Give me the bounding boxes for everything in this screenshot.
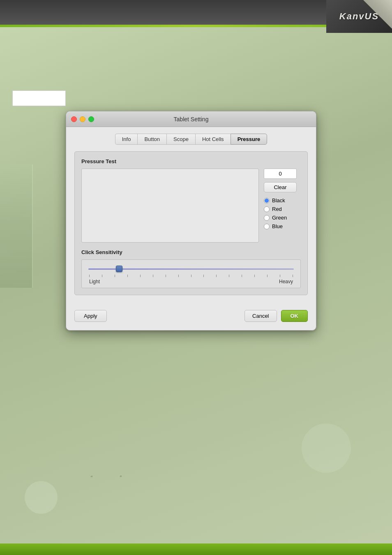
open-quote: “ bbox=[90, 474, 92, 481]
radio-blue[interactable]: Blue bbox=[264, 223, 301, 229]
tick-1 bbox=[89, 275, 90, 277]
radio-circle-blue bbox=[264, 224, 270, 229]
slider-labels: Light Heavy bbox=[88, 279, 294, 284]
close-button[interactable] bbox=[71, 116, 77, 122]
tab-scope[interactable]: Scope bbox=[166, 134, 195, 145]
sensitivity-section: Click Sensitivity bbox=[81, 249, 301, 288]
dialog-title: Tablet Setting bbox=[174, 116, 209, 123]
quote-area: “ ” bbox=[90, 474, 121, 481]
tick-11 bbox=[216, 275, 217, 277]
radio-circle-green bbox=[264, 215, 270, 221]
color-radio-group: Black Red Green Blue bbox=[264, 197, 301, 229]
bottom-bar bbox=[0, 543, 392, 555]
pressure-test-area: 0 Clear Black Red bbox=[81, 169, 301, 243]
tick-9 bbox=[191, 275, 191, 277]
tick-16 bbox=[280, 275, 280, 277]
tick-15 bbox=[267, 275, 267, 277]
tick-7 bbox=[166, 275, 166, 277]
tick-12 bbox=[229, 275, 229, 277]
tick-5 bbox=[140, 275, 141, 277]
tab-info[interactable]: Info bbox=[115, 134, 138, 145]
deco-circle-1 bbox=[25, 481, 58, 514]
slider-line bbox=[88, 268, 294, 270]
close-quote: ” bbox=[120, 474, 122, 481]
tab-bar: Info Button Scope Hot Cells Pressure bbox=[74, 134, 308, 145]
tick-8 bbox=[178, 275, 179, 277]
pressure-controls: 0 Clear Black Red bbox=[264, 169, 301, 243]
radio-black[interactable]: Black bbox=[264, 197, 301, 204]
right-buttons: Cancel OK bbox=[244, 310, 308, 322]
slider-container: Light Heavy bbox=[81, 259, 301, 288]
clear-button[interactable]: Clear bbox=[264, 182, 297, 192]
slider-ticks bbox=[88, 275, 294, 277]
tablet-setting-dialog: Tablet Setting Info Button Scope Hot Cel… bbox=[66, 111, 316, 331]
slider-min-label: Light bbox=[89, 279, 100, 284]
tick-14 bbox=[254, 275, 255, 277]
dialog-titlebar: Tablet Setting bbox=[66, 111, 316, 127]
maximize-button[interactable] bbox=[88, 116, 94, 122]
tab-pressure[interactable]: Pressure bbox=[231, 134, 267, 145]
apply-button[interactable]: Apply bbox=[74, 310, 107, 322]
dialog-content: Info Button Scope Hot Cells Pressure Pre… bbox=[66, 127, 316, 310]
brand-logo: KanvUS bbox=[339, 11, 379, 22]
sensitivity-label: Click Sensitivity bbox=[81, 249, 301, 255]
tick-6 bbox=[153, 275, 153, 277]
pressure-canvas[interactable] bbox=[81, 169, 259, 243]
pressure-test-label: Pressure Test bbox=[81, 158, 301, 164]
small-rectangle bbox=[12, 90, 66, 106]
tick-2 bbox=[102, 275, 102, 277]
dialog-buttons: Apply Cancel OK bbox=[66, 310, 316, 330]
radio-green[interactable]: Green bbox=[264, 215, 301, 221]
cancel-button[interactable]: Cancel bbox=[244, 310, 277, 322]
main-panel: Pressure Test 0 Clear Black bbox=[74, 151, 308, 295]
ok-button[interactable]: OK bbox=[281, 310, 308, 322]
tab-hotcells[interactable]: Hot Cells bbox=[195, 134, 231, 145]
tick-17 bbox=[293, 275, 293, 277]
pressure-value-input[interactable]: 0 bbox=[264, 169, 297, 179]
radio-red[interactable]: Red bbox=[264, 206, 301, 212]
radio-circle-red bbox=[264, 206, 270, 212]
deco-circle-2 bbox=[302, 423, 351, 473]
tick-3 bbox=[115, 275, 115, 277]
tick-10 bbox=[203, 275, 204, 277]
tick-13 bbox=[242, 275, 242, 277]
slider-max-label: Heavy bbox=[279, 279, 293, 284]
window-controls bbox=[71, 116, 94, 122]
left-decoration bbox=[0, 164, 33, 288]
radio-circle-black bbox=[264, 198, 270, 204]
slider-thumb[interactable] bbox=[116, 266, 122, 272]
minimize-button[interactable] bbox=[80, 116, 85, 122]
slider-track[interactable] bbox=[88, 265, 294, 273]
tick-4 bbox=[127, 275, 128, 277]
tab-button[interactable]: Button bbox=[137, 134, 166, 145]
